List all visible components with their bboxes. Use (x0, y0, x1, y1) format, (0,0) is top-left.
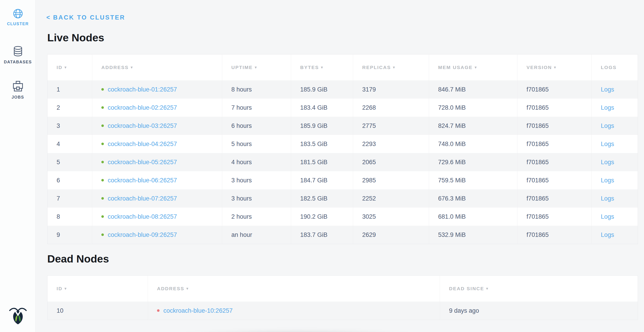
node-mem-usage-cell: 728.0 MiB (429, 99, 518, 117)
node-version-cell: f701865 (518, 80, 592, 99)
node-address-cell: cockroach-blue-02:26257 (92, 99, 222, 117)
node-uptime-cell: 2 hours (222, 208, 291, 226)
column-header-id[interactable]: ID▾ (48, 54, 92, 81)
node-logs-link[interactable]: Logs (601, 122, 614, 129)
node-logs-link[interactable]: Logs (601, 213, 614, 220)
back-to-cluster-link[interactable]: <BACK TO CLUSTER (46, 14, 125, 21)
node-address-cell: cockroach-blue-09:26257 (92, 226, 222, 244)
live-table-header-row: ID▾ ADDRESS▾ UPTIME▾ BYTES▾ REPLICAS▾ ME… (48, 54, 638, 81)
node-logs-link[interactable]: Logs (601, 195, 614, 202)
sort-arrow-icon: ▾ (131, 65, 133, 69)
node-id-cell: 6 (48, 171, 92, 189)
sidebar-item-databases[interactable]: DATABASES (0, 46, 36, 64)
node-version-cell: f701865 (518, 135, 592, 153)
node-version-cell: f701865 (518, 99, 592, 117)
node-bytes-cell: 183.5 GiB (291, 135, 353, 153)
node-uptime-cell: 3 hours (222, 189, 291, 208)
node-version-cell: f701865 (518, 189, 592, 208)
node-mem-usage-cell: 532.9 MiB (429, 226, 518, 244)
sort-arrow-icon: ▾ (486, 287, 489, 291)
column-header-replicas[interactable]: REPLICAS▾ (353, 54, 429, 81)
node-id-cell: 8 (48, 208, 92, 226)
node-mem-usage-cell: 846.7 MiB (429, 80, 518, 99)
node-dead-since-cell: 9 days ago (440, 302, 638, 320)
node-logs-link[interactable]: Logs (601, 141, 614, 147)
admin-ui-page: CLUSTER DATABASES (0, 0, 644, 332)
node-address-cell: cockroach-blue-01:26257 (92, 80, 222, 99)
column-header-version[interactable]: VERSION▾ (518, 54, 592, 81)
column-header-address[interactable]: ADDRESS▾ (92, 54, 222, 81)
cockroach-logo-icon[interactable] (0, 305, 36, 326)
node-row: 10 cockroach-blue-10:26257 9 days ago (48, 302, 638, 320)
live-status-dot-icon (101, 233, 104, 236)
node-logs-cell: Logs (592, 189, 638, 208)
node-bytes-cell: 185.9 GiB (291, 80, 353, 99)
node-address-link[interactable]: cockroach-blue-08:26257 (108, 213, 177, 220)
node-row: 5 cockroach-blue-05:26257 4 hours 181.5 … (48, 153, 638, 171)
node-address-link[interactable]: cockroach-blue-01:26257 (108, 86, 177, 93)
node-address-cell: cockroach-blue-03:26257 (92, 117, 222, 135)
node-address-cell: cockroach-blue-04:26257 (92, 135, 222, 153)
node-address-link[interactable]: cockroach-blue-03:26257 (108, 122, 177, 129)
node-address-cell: cockroach-blue-05:26257 (92, 153, 222, 171)
node-address-cell: cockroach-blue-07:26257 (92, 189, 222, 208)
node-row: 8 cockroach-blue-08:26257 2 hours 190.2 … (48, 208, 638, 226)
node-replicas-cell: 3179 (353, 80, 429, 99)
sort-arrow-icon: ▾ (321, 65, 324, 69)
node-row: 9 cockroach-blue-09:26257 an hour 183.7 … (48, 226, 638, 244)
column-header-mem-usage[interactable]: MEM USAGE▾ (429, 54, 518, 81)
sidebar-item-jobs[interactable]: JOBS (0, 81, 36, 100)
node-address-link[interactable]: cockroach-blue-04:26257 (108, 141, 177, 147)
node-bytes-cell: 183.7 GiB (291, 226, 353, 244)
live-status-dot-icon (101, 143, 104, 145)
column-header-address[interactable]: ADDRESS▾ (148, 276, 440, 302)
node-bytes-cell: 182.5 GiB (291, 189, 353, 208)
column-header-dead-since[interactable]: DEAD SINCE▾ (440, 276, 638, 302)
sidebar-item-cluster[interactable]: CLUSTER (0, 9, 36, 26)
node-logs-link[interactable]: Logs (601, 86, 614, 93)
node-row: 4 cockroach-blue-04:26257 5 hours 183.5 … (48, 135, 638, 153)
node-id-cell: 7 (48, 189, 92, 208)
dead-nodes-table: ID▾ ADDRESS▾ DEAD SINCE▾ 10 cockroach-bl… (47, 276, 638, 320)
node-address-link[interactable]: cockroach-blue-09:26257 (108, 231, 177, 238)
column-header-id[interactable]: ID▾ (48, 276, 148, 302)
node-address-link[interactable]: cockroach-blue-05:26257 (108, 159, 177, 166)
node-id-cell: 9 (48, 226, 92, 244)
node-logs-cell: Logs (592, 80, 638, 99)
back-chevron-icon: < (46, 14, 50, 21)
node-replicas-cell: 2293 (353, 135, 429, 153)
node-mem-usage-cell: 759.5 MiB (429, 171, 518, 189)
node-address-link[interactable]: cockroach-blue-10:26257 (164, 307, 233, 314)
node-id-cell: 2 (48, 99, 92, 117)
node-logs-cell: Logs (592, 117, 638, 135)
node-mem-usage-cell: 748.0 MiB (429, 135, 518, 153)
sidebar-item-label: CLUSTER (0, 21, 36, 26)
column-header-uptime[interactable]: UPTIME▾ (222, 54, 291, 81)
column-header-logs: LOGS (592, 54, 638, 81)
node-uptime-cell: 5 hours (222, 135, 291, 153)
node-row: 3 cockroach-blue-03:26257 6 hours 185.9 … (48, 117, 638, 135)
node-logs-link[interactable]: Logs (601, 104, 614, 111)
node-version-cell: f701865 (518, 208, 592, 226)
node-address-link[interactable]: cockroach-blue-07:26257 (108, 195, 177, 202)
node-uptime-cell: 8 hours (222, 80, 291, 99)
node-logs-link[interactable]: Logs (601, 159, 614, 166)
sort-arrow-icon: ▾ (64, 287, 67, 291)
node-row: 6 cockroach-blue-06:26257 3 hours 184.7 … (48, 171, 638, 189)
node-bytes-cell: 184.7 GiB (291, 171, 353, 189)
node-uptime-cell: 7 hours (222, 99, 291, 117)
node-id-cell: 10 (48, 302, 148, 320)
node-logs-link[interactable]: Logs (601, 177, 614, 184)
node-replicas-cell: 3025 (353, 208, 429, 226)
sort-arrow-icon: ▾ (475, 65, 477, 69)
node-logs-link[interactable]: Logs (601, 231, 614, 238)
live-status-dot-icon (101, 179, 104, 181)
node-address-link[interactable]: cockroach-blue-06:26257 (108, 177, 177, 184)
node-logs-cell: Logs (592, 208, 638, 226)
node-mem-usage-cell: 729.6 MiB (429, 153, 518, 171)
node-address-link[interactable]: cockroach-blue-02:26257 (108, 104, 177, 111)
node-address-cell: cockroach-blue-08:26257 (92, 208, 222, 226)
column-header-bytes[interactable]: BYTES▾ (291, 54, 353, 81)
node-bytes-cell: 181.5 GiB (291, 153, 353, 171)
node-bytes-cell: 190.2 GiB (291, 208, 353, 226)
